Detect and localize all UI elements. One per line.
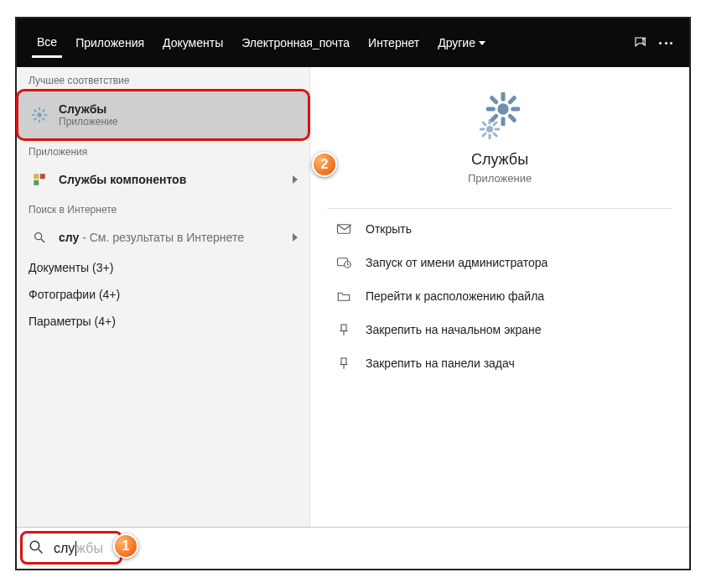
svg-line-19	[492, 98, 496, 102]
svg-rect-10	[40, 174, 45, 179]
svg-line-5	[34, 110, 37, 112]
best-match-item[interactable]: Службы Приложение	[17, 91, 309, 138]
chevron-right-icon	[293, 233, 298, 242]
action-run-admin[interactable]: Запуск от имени администратора	[327, 246, 672, 279]
preview-pane: Службы Приложение Открыть Запуск от имен…	[310, 67, 689, 527]
svg-point-12	[35, 233, 42, 240]
search-input-typed: слу	[54, 541, 75, 556]
svg-point-41	[30, 541, 39, 550]
svg-line-31	[494, 122, 496, 125]
web-search-header: Поиск в Интернете	[17, 196, 309, 221]
svg-line-6	[43, 118, 45, 121]
web-query: слу	[59, 231, 79, 244]
search-panel: Все Приложения Документы Электронная_поч…	[15, 17, 691, 570]
tab-docs[interactable]: Документы	[158, 29, 228, 56]
svg-line-30	[483, 133, 485, 136]
pin-icon	[335, 356, 352, 370]
preview-app-icon	[475, 92, 525, 139]
extra-settings[interactable]: Параметры (4+)	[17, 308, 309, 335]
svg-line-22	[510, 98, 514, 102]
action-pin-taskbar[interactable]: Закрепить на панели задач	[327, 346, 672, 380]
chevron-right-icon	[293, 175, 298, 184]
preview-title: Службы	[471, 151, 528, 169]
tab-all[interactable]: Все	[32, 29, 62, 58]
action-open-location[interactable]: Перейти к расположению файла	[327, 279, 672, 313]
svg-line-8	[43, 110, 45, 112]
search-icon	[29, 539, 44, 558]
results-column: Лучшее соответствие Службы Приложение Пр…	[17, 67, 310, 527]
apps-header: Приложения	[17, 138, 309, 163]
action-open[interactable]: Открыть	[327, 212, 672, 246]
svg-line-20	[510, 116, 514, 120]
web-hint: - См. результаты в Интернете	[79, 231, 244, 244]
tab-more-label: Другие	[438, 36, 475, 49]
svg-line-7	[34, 118, 37, 121]
svg-line-13	[41, 239, 44, 242]
tab-apps[interactable]: Приложения	[70, 29, 149, 56]
search-input-suggestion: жбы	[76, 541, 103, 556]
preview-subtitle: Приложение	[468, 172, 532, 185]
folder-icon	[335, 289, 352, 303]
svg-line-29	[494, 133, 496, 136]
best-match-subtitle: Приложение	[59, 116, 298, 127]
svg-point-14	[497, 103, 508, 114]
callout-2: 2	[312, 152, 337, 177]
svg-point-0	[37, 112, 42, 117]
feedback-icon[interactable]	[632, 34, 649, 51]
callout-1: 1	[113, 533, 138, 559]
open-icon	[335, 222, 352, 236]
gear-icon	[29, 107, 50, 123]
extra-photos[interactable]: Фотографии (4+)	[17, 281, 309, 308]
tab-more[interactable]: Другие	[433, 29, 491, 56]
svg-point-23	[486, 126, 493, 133]
admin-icon	[335, 256, 352, 269]
action-pin-start[interactable]: Закрепить на начальном экране	[327, 313, 672, 346]
chevron-down-icon	[479, 41, 485, 45]
svg-line-42	[39, 549, 43, 554]
app-result-title: Службы компонентов	[59, 173, 186, 186]
best-match-header: Лучшее соответствие	[17, 67, 309, 91]
tab-email[interactable]: Электронная_почта	[236, 29, 355, 56]
tab-internet[interactable]: Интернет	[363, 29, 424, 56]
web-result-item[interactable]: слу - См. результаты в Интернете	[17, 221, 309, 254]
extra-docs[interactable]: Документы (3+)	[17, 254, 309, 281]
svg-line-28	[483, 122, 485, 125]
svg-rect-9	[34, 174, 39, 179]
svg-rect-35	[341, 325, 346, 331]
top-bar: Все Приложения Документы Электронная_поч…	[17, 18, 689, 67]
component-services-icon	[29, 171, 50, 188]
search-icon	[29, 229, 50, 246]
pin-icon	[335, 323, 352, 336]
best-match-title: Службы	[59, 102, 298, 116]
svg-rect-38	[341, 358, 346, 365]
more-options-icon[interactable]	[657, 34, 674, 51]
app-result-item[interactable]: Службы компонентов	[17, 163, 309, 196]
svg-rect-11	[34, 180, 39, 185]
